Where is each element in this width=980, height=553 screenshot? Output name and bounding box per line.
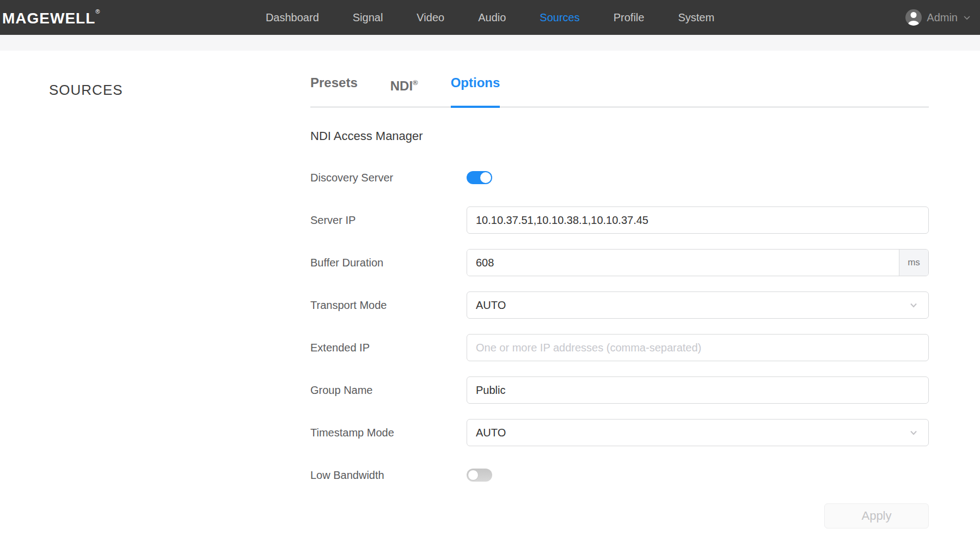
nav-item-video[interactable]: Video bbox=[416, 11, 444, 24]
extended-ip-control bbox=[467, 334, 929, 361]
magewell-logo: MAGEWELL® bbox=[2, 8, 100, 27]
group-name-control bbox=[467, 376, 929, 404]
discovery-server-control bbox=[467, 171, 929, 184]
low-bandwidth-row: Low Bandwidth bbox=[310, 461, 929, 489]
user-name: Admin bbox=[927, 11, 958, 24]
subheader-strip bbox=[0, 35, 980, 51]
group-name-label: Group Name bbox=[310, 384, 467, 397]
tab-ndi-registered-mark: ® bbox=[413, 78, 418, 87]
timestamp-mode-select[interactable]: AUTO bbox=[467, 419, 929, 446]
toggle-knob bbox=[468, 470, 479, 481]
transport-mode-label: Transport Mode bbox=[310, 299, 467, 312]
discovery-server-row: Discovery Server bbox=[310, 163, 929, 192]
chevron-down-icon bbox=[963, 13, 971, 22]
apply-button[interactable]: Apply bbox=[824, 503, 929, 528]
tab-presets[interactable]: Presets bbox=[310, 74, 358, 106]
avatar-shoulders-shape bbox=[908, 21, 919, 26]
toggle-knob bbox=[480, 172, 491, 183]
nav-item-dashboard[interactable]: Dashboard bbox=[266, 11, 319, 24]
ndi-options-form: NDI Access Manager Discovery Server Serv… bbox=[310, 129, 929, 528]
avatar-head-shape bbox=[911, 12, 917, 18]
low-bandwidth-label: Low Bandwidth bbox=[310, 469, 467, 482]
tab-ndi[interactable]: NDI® bbox=[390, 74, 418, 106]
chevron-down-icon bbox=[909, 300, 918, 310]
tab-options[interactable]: Options bbox=[451, 74, 500, 106]
low-bandwidth-control bbox=[467, 469, 929, 482]
transport-mode-control: AUTO bbox=[467, 291, 929, 319]
server-ip-row: Server IP bbox=[310, 206, 929, 234]
nav-item-profile[interactable]: Profile bbox=[614, 11, 645, 24]
transport-mode-row: Transport Mode AUTO bbox=[310, 291, 929, 319]
group-name-row: Group Name bbox=[310, 376, 929, 404]
registered-mark: ® bbox=[95, 8, 100, 15]
group-name-input[interactable] bbox=[467, 376, 929, 404]
buffer-duration-row: Buffer Duration ms bbox=[310, 248, 929, 277]
page-title: SOURCES bbox=[49, 82, 123, 99]
server-ip-label: Server IP bbox=[310, 214, 467, 227]
nav-item-signal[interactable]: Signal bbox=[353, 11, 383, 24]
logo-text: MAGEWELL bbox=[2, 10, 95, 27]
timestamp-mode-value: AUTO bbox=[476, 427, 506, 439]
apply-row: Apply bbox=[310, 503, 929, 528]
nav-item-sources[interactable]: Sources bbox=[540, 11, 579, 24]
user-avatar-icon bbox=[905, 9, 922, 26]
nav-item-system[interactable]: System bbox=[678, 11, 714, 24]
extended-ip-input[interactable] bbox=[467, 334, 929, 361]
server-ip-input[interactable] bbox=[467, 206, 929, 234]
discovery-server-label: Discovery Server bbox=[310, 172, 467, 184]
tab-bar: Presets NDI® Options bbox=[310, 74, 929, 108]
chevron-down-icon bbox=[909, 428, 918, 437]
low-bandwidth-toggle[interactable] bbox=[467, 469, 492, 482]
main-nav: Dashboard Signal Video Audio Sources Pro… bbox=[266, 0, 714, 35]
timestamp-mode-row: Timestamp Mode AUTO bbox=[310, 418, 929, 447]
tab-ndi-label: NDI bbox=[390, 78, 413, 93]
buffer-duration-control: ms bbox=[467, 249, 929, 276]
timestamp-mode-label: Timestamp Mode bbox=[310, 427, 467, 439]
extended-ip-label: Extended IP bbox=[310, 342, 467, 354]
ms-unit-addon: ms bbox=[899, 250, 928, 276]
timestamp-mode-control: AUTO bbox=[467, 419, 929, 446]
section-title: NDI Access Manager bbox=[310, 129, 929, 144]
user-menu[interactable]: Admin bbox=[905, 9, 971, 26]
server-ip-control bbox=[467, 206, 929, 234]
buffer-duration-input[interactable] bbox=[467, 250, 899, 276]
buffer-duration-label: Buffer Duration bbox=[310, 257, 467, 269]
magewell-web-ui: MAGEWELL® Dashboard Signal Video Audio S… bbox=[0, 0, 980, 553]
buffer-duration-group: ms bbox=[467, 249, 929, 276]
top-navbar: MAGEWELL® Dashboard Signal Video Audio S… bbox=[0, 0, 980, 35]
transport-mode-value: AUTO bbox=[476, 299, 506, 312]
extended-ip-row: Extended IP bbox=[310, 333, 929, 362]
discovery-server-toggle[interactable] bbox=[467, 171, 492, 184]
nav-item-audio[interactable]: Audio bbox=[478, 11, 506, 24]
transport-mode-select[interactable]: AUTO bbox=[467, 291, 929, 319]
